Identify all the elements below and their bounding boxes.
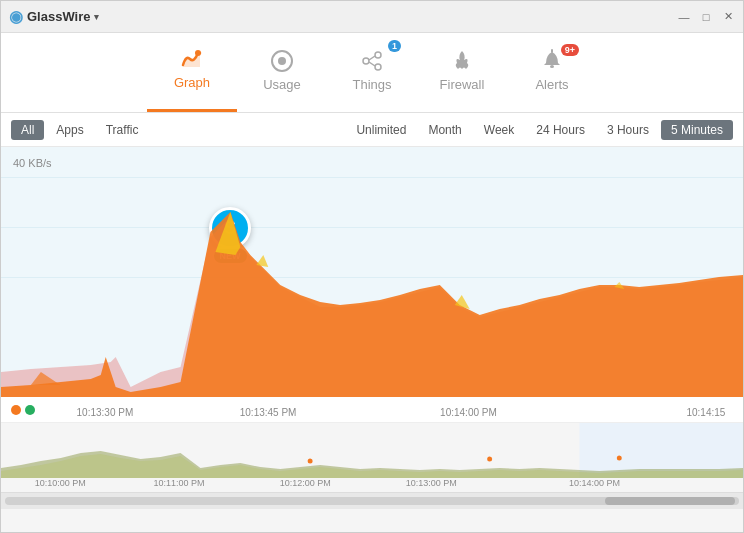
nav-tabs: Graph Usage Things 1 Firewall xyxy=(1,33,743,113)
time-5minutes-button[interactable]: 5 Minutes xyxy=(661,120,733,140)
mini-label-3: 10:12:00 PM xyxy=(280,478,331,488)
maximize-button[interactable]: □ xyxy=(699,10,713,24)
svg-point-15 xyxy=(617,456,622,461)
svg-point-2 xyxy=(278,57,286,65)
svg-point-4 xyxy=(375,52,381,58)
mini-graph-svg xyxy=(1,423,743,478)
svg-line-7 xyxy=(369,62,375,66)
svg-point-14 xyxy=(487,457,492,462)
mini-timeline-labels: 10:10:00 PM 10:11:00 PM 10:12:00 PM 10:1… xyxy=(1,476,743,490)
mini-label-5: 10:14:00 PM xyxy=(569,478,620,488)
tab-things-label: Things xyxy=(352,77,391,92)
timeline-label-2: 10:13:45 PM xyxy=(240,407,297,418)
timeline-label-3: 10:14:00 PM xyxy=(440,407,497,418)
usage-icon xyxy=(268,47,296,75)
timeline-axis: 10:13:30 PM 10:13:45 PM 10:14:00 PM 10:1… xyxy=(1,397,743,423)
tab-usage[interactable]: Usage xyxy=(237,32,327,112)
tab-firewall-label: Firewall xyxy=(440,77,485,92)
mini-timeline: 10:10:00 PM 10:11:00 PM 10:12:00 PM 10:1… xyxy=(1,423,743,493)
filter-bar: All Apps Traffic Unlimited Month Week 24… xyxy=(1,113,743,147)
tab-graph-label: Graph xyxy=(174,75,210,90)
filter-all-button[interactable]: All xyxy=(11,120,44,140)
scrollbar-track xyxy=(5,497,739,505)
time-24hours-button[interactable]: 24 Hours xyxy=(526,120,595,140)
scrollbar-area xyxy=(1,493,743,509)
y-axis-label: 40 KB/s xyxy=(13,157,52,169)
dot-green xyxy=(25,405,35,415)
svg-line-6 xyxy=(369,56,375,60)
filter-time-group: Unlimited Month Week 24 Hours 3 Hours 5 … xyxy=(346,120,733,140)
dot-indicators xyxy=(11,405,35,415)
timeline-label-1: 10:13:30 PM xyxy=(77,407,134,418)
mini-label-1: 10:10:00 PM xyxy=(35,478,86,488)
time-unlimited-button[interactable]: Unlimited xyxy=(346,120,416,140)
time-month-button[interactable]: Month xyxy=(418,120,471,140)
things-badge: 1 xyxy=(388,40,401,52)
graph-icon xyxy=(178,45,206,73)
minimize-button[interactable]: — xyxy=(677,10,691,24)
titlebar: ◉ GlassWire ▾ — □ ✕ xyxy=(1,1,743,33)
dot-orange xyxy=(11,405,21,415)
svg-point-3 xyxy=(363,58,369,64)
filter-apps-button[interactable]: Apps xyxy=(46,120,93,140)
svg-point-13 xyxy=(308,459,313,464)
svg-rect-8 xyxy=(550,65,554,68)
firewall-icon xyxy=(448,47,476,75)
svg-point-0 xyxy=(195,50,201,56)
tab-things[interactable]: Things 1 xyxy=(327,32,417,112)
things-icon xyxy=(358,47,386,75)
tab-alerts-label: Alerts xyxy=(535,77,568,92)
time-3hours-button[interactable]: 3 Hours xyxy=(597,120,659,140)
tab-graph[interactable]: Graph xyxy=(147,32,237,112)
tab-firewall[interactable]: Firewall xyxy=(417,32,507,112)
tab-usage-label: Usage xyxy=(263,77,301,92)
alerts-badge: 9+ xyxy=(561,44,579,56)
app-name: GlassWire xyxy=(27,9,90,24)
tab-alerts[interactable]: Alerts 9+ xyxy=(507,32,597,112)
mini-label-4: 10:13:00 PM xyxy=(406,478,457,488)
mini-label-2: 10:11:00 PM xyxy=(154,478,205,488)
filter-traffic-button[interactable]: Traffic xyxy=(96,120,149,140)
graph-area: 40 KB/s S NEW xyxy=(1,147,743,397)
timeline-label-4: 10:14:15 xyxy=(686,407,725,418)
window-controls: — □ ✕ xyxy=(677,10,735,24)
time-week-button[interactable]: Week xyxy=(474,120,524,140)
scrollbar-thumb[interactable] xyxy=(605,497,735,505)
chevron-down-icon[interactable]: ▾ xyxy=(94,12,99,22)
close-button[interactable]: ✕ xyxy=(721,10,735,24)
app-logo-icon: ◉ xyxy=(9,7,23,26)
svg-point-5 xyxy=(375,64,381,70)
filter-left-group: All Apps Traffic xyxy=(11,120,346,140)
network-graph-svg xyxy=(1,177,743,397)
app-title-area: ◉ GlassWire ▾ xyxy=(9,7,99,26)
